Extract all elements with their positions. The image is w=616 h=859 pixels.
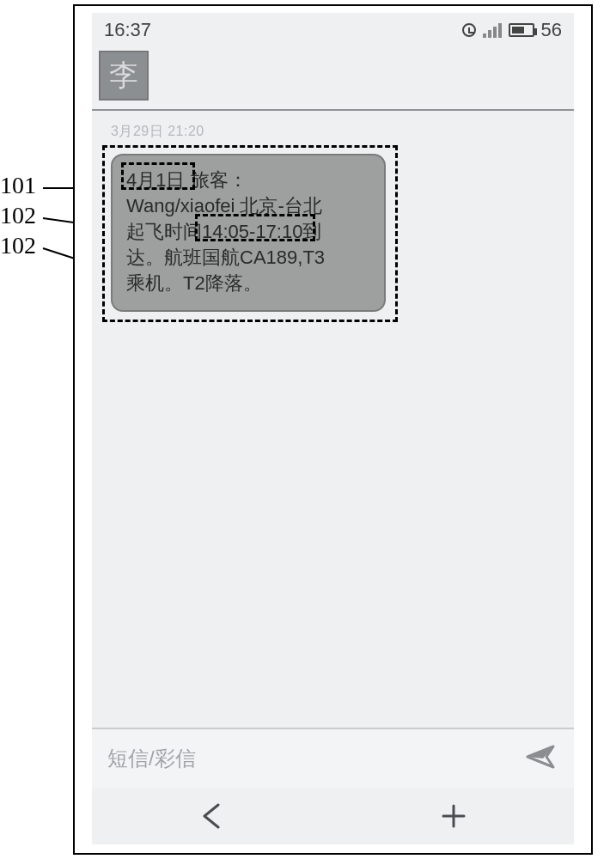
compose-input[interactable] bbox=[107, 740, 524, 777]
nav-add-button[interactable] bbox=[402, 799, 505, 833]
conversation-header[interactable]: 李 bbox=[92, 47, 574, 111]
bubble-line2: Wang/xiaofei 北京-台北 bbox=[126, 193, 370, 219]
sms-bubble[interactable]: 4月1日 旅客： Wang/xiaofei 北京-台北 起飞时间14:05-17… bbox=[111, 154, 386, 312]
alarm-icon bbox=[462, 23, 476, 37]
nav-back-button[interactable] bbox=[161, 799, 264, 833]
back-icon bbox=[198, 801, 227, 831]
battery-pct: 56 bbox=[541, 19, 562, 41]
status-bar: 16:37 56 bbox=[92, 13, 574, 47]
bubble-line4: 达。航班国航CA189,T3 bbox=[126, 245, 370, 271]
bubble-date: 4月1日 bbox=[126, 169, 185, 191]
message-list[interactable]: 3月29日 21:20 4月1日 旅客： Wang/xiaofei 北京-台北 … bbox=[92, 111, 574, 728]
bubble-line3-post: 到 bbox=[302, 221, 321, 242]
plus-icon bbox=[439, 801, 468, 831]
bubble-line5: 乘机。T2降落。 bbox=[126, 271, 370, 296]
bubble-line3-pre: 起飞时间 bbox=[126, 221, 202, 242]
callout-102-a: 102 bbox=[0, 202, 36, 229]
compose-bar bbox=[92, 728, 574, 788]
battery-icon bbox=[509, 23, 534, 37]
status-time: 16:37 bbox=[104, 19, 151, 41]
bubble-time: 14:05-17:10 bbox=[202, 221, 302, 242]
send-icon[interactable] bbox=[524, 740, 558, 777]
phone-screen: 16:37 56 李 3月29日 21:20 4月1日 旅客： Wang/xia bbox=[92, 13, 574, 844]
bubble-line1-rest: 旅客： bbox=[185, 169, 247, 191]
callout-102-b: 102 bbox=[0, 232, 36, 259]
message-timestamp: 3月29日 21:20 bbox=[111, 123, 204, 141]
signal-icon bbox=[483, 22, 502, 38]
figure-frame: 16:37 56 李 3月29日 21:20 4月1日 旅客： Wang/xia bbox=[73, 4, 593, 855]
avatar[interactable]: 李 bbox=[99, 51, 149, 101]
system-nav-bar bbox=[92, 788, 574, 844]
callout-101: 101 bbox=[0, 172, 36, 199]
